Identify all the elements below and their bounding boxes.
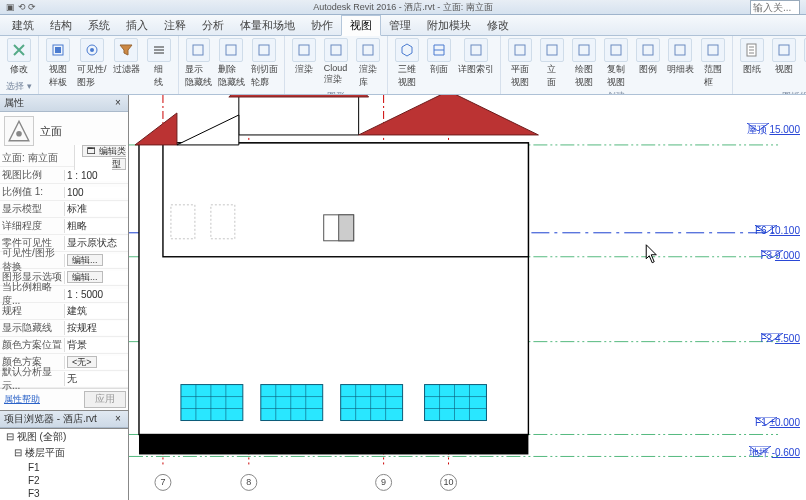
legend-button[interactable]: 图例 — [633, 37, 663, 90]
props-help[interactable]: 属性帮助 — [2, 391, 84, 408]
level-label[interactable]: F1 ±0.000 — [755, 417, 800, 428]
scope-button[interactable]: 范围框 — [698, 37, 728, 90]
prop-value[interactable]: 编辑... — [64, 254, 128, 267]
svg-text:10: 10 — [444, 477, 454, 487]
menu-tab-注释[interactable]: 注释 — [156, 16, 194, 35]
render-gallery-icon — [356, 38, 380, 62]
thin-icon — [147, 38, 171, 62]
tree-node[interactable]: F3 — [0, 487, 128, 500]
svg-rect-47 — [181, 385, 243, 421]
prop-key: 默认分析显示... — [0, 365, 64, 393]
sheet-button[interactable]: 图纸 — [737, 37, 767, 90]
section-button[interactable]: 剖面 — [424, 37, 454, 90]
tree-node[interactable]: F1 — [0, 461, 128, 474]
detail-icon — [464, 38, 488, 62]
prop-value[interactable]: 1 : 100 — [64, 170, 128, 181]
render-gallery-button[interactable]: 渲染库 — [353, 37, 383, 90]
elev-icon — [540, 38, 564, 62]
menu-tab-管理[interactable]: 管理 — [381, 16, 419, 35]
menu-tab-结构[interactable]: 结构 — [42, 16, 80, 35]
visibility-button[interactable]: 可见性/图形 — [75, 37, 109, 90]
level-label[interactable]: 地坪 -0.600 — [749, 446, 800, 460]
apply-button[interactable]: 应用 — [84, 391, 126, 408]
show-hidden-icon — [186, 38, 210, 62]
tree-node[interactable]: ⊟ 楼层平面 — [0, 445, 128, 461]
instance-selector[interactable]: 立面: 南立面 — [0, 151, 74, 165]
filter-button[interactable]: 过滤器 — [111, 37, 142, 90]
prop-value[interactable]: 背景 — [64, 338, 128, 352]
modify-button[interactable]: 修改 — [4, 37, 34, 77]
svg-rect-8 — [331, 45, 341, 55]
prop-value[interactable]: 无 — [64, 372, 128, 386]
prop-value[interactable]: 标准 — [64, 202, 128, 216]
view-templates-button[interactable]: 视图样板 — [43, 37, 73, 90]
draft-button[interactable]: 绘图视图 — [569, 37, 599, 90]
schedule-button[interactable]: 明细表 — [665, 37, 696, 90]
prop-value[interactable]: <无> — [64, 356, 128, 369]
menu-tab-视图[interactable]: 视图 — [341, 15, 381, 36]
elev-button[interactable]: 立面 — [537, 37, 567, 90]
prop-value[interactable]: 编辑... — [64, 271, 128, 284]
svg-rect-1 — [55, 47, 61, 53]
thin-button[interactable]: 细线 — [144, 37, 174, 90]
menu-tab-系统[interactable]: 系统 — [80, 16, 118, 35]
plan-button[interactable]: 平面视图 — [505, 37, 535, 90]
render-button[interactable]: 渲染 — [289, 37, 319, 90]
svg-rect-7 — [299, 45, 309, 55]
edit-type-button[interactable]: 🗔 编辑类型 — [82, 145, 126, 170]
svg-rect-50 — [425, 385, 487, 421]
cloud-button[interactable]: Cloud渲染 — [321, 37, 351, 90]
view-button[interactable]: 视图 — [769, 37, 799, 90]
tree-node[interactable]: ⊟ 视图 (全部) — [0, 429, 128, 445]
remove-hidden-button[interactable]: 删除隐藏线 — [216, 37, 247, 90]
prop-key: 视图比例 — [0, 168, 64, 182]
show-hidden-button[interactable]: 显示隐藏线 — [183, 37, 214, 90]
doc-name: 酒店.rvt - 立面: 南立面 — [404, 2, 493, 12]
close-icon[interactable]: × — [112, 413, 124, 425]
prop-row: 显示模型标准 — [0, 201, 128, 218]
level-label[interactable]: F3 9.000 — [761, 250, 800, 261]
prop-value[interactable]: 建筑 — [64, 304, 128, 318]
dup-button[interactable]: 复制视图 — [601, 37, 631, 90]
prop-row: 视图比例1 : 100 — [0, 167, 128, 184]
search-input[interactable] — [750, 0, 800, 15]
cut-profile-button[interactable]: 剖切面轮廓 — [249, 37, 280, 90]
modify-icon — [7, 38, 31, 62]
view-templates-icon — [46, 38, 70, 62]
menu-tab-附加模块[interactable]: 附加模块 — [419, 16, 479, 35]
ribbon: 修改选择 ▾视图样板可见性/图形过滤器细线显示隐藏线删除隐藏线剖切面轮廓渲染Cl… — [0, 36, 806, 95]
close-icon[interactable]: × — [112, 97, 124, 109]
properties-panel: 立面 立面: 南立面 🗔 编辑类型 视图比例1 : 100比例值 1:100显示… — [0, 112, 128, 410]
svg-rect-12 — [547, 45, 557, 55]
svg-rect-10 — [471, 45, 481, 55]
prop-row: 规程建筑 — [0, 303, 128, 320]
menu-tab-分析[interactable]: 分析 — [194, 16, 232, 35]
prop-value[interactable]: 1 : 5000 — [64, 289, 128, 300]
prop-value[interactable]: 按规程 — [64, 321, 128, 335]
section-icon — [427, 38, 451, 62]
menu-tab-体量和场地[interactable]: 体量和场地 — [232, 16, 303, 35]
menu-tab-建筑[interactable]: 建筑 — [4, 16, 42, 35]
title-button[interactable]: 标题栏 — [801, 37, 806, 90]
prop-value[interactable]: 粗略 — [64, 219, 128, 233]
prop-value[interactable]: 显示原状态 — [64, 236, 128, 250]
svg-rect-15 — [643, 45, 653, 55]
cloud-icon — [324, 38, 348, 62]
svg-marker-89 — [749, 446, 771, 454]
prop-value[interactable]: 100 — [64, 187, 128, 198]
tree-node[interactable]: F2 — [0, 474, 128, 487]
3d-button[interactable]: 三维视图 — [392, 37, 422, 90]
svg-rect-16 — [675, 45, 685, 55]
type-name: 立面 — [40, 124, 62, 139]
level-label[interactable]: F6 10.100 — [755, 225, 800, 236]
svg-text:9: 9 — [381, 477, 386, 487]
qat[interactable]: ▣ ⟲ ⟳ — [6, 2, 36, 12]
menu-tab-插入[interactable]: 插入 — [118, 16, 156, 35]
level-label[interactable]: 屋顶 15.000 — [747, 123, 800, 137]
menu-tab-修改[interactable]: 修改 — [479, 16, 517, 35]
level-label[interactable]: F2 4.500 — [761, 333, 800, 344]
svg-rect-13 — [579, 45, 589, 55]
menu-tab-协作[interactable]: 协作 — [303, 16, 341, 35]
detail-button[interactable]: 详图索引 — [456, 37, 496, 90]
drawing-canvas[interactable]: 78910 屋顶 15.000F6 10.100F3 9.000F2 4.500… — [129, 95, 806, 500]
